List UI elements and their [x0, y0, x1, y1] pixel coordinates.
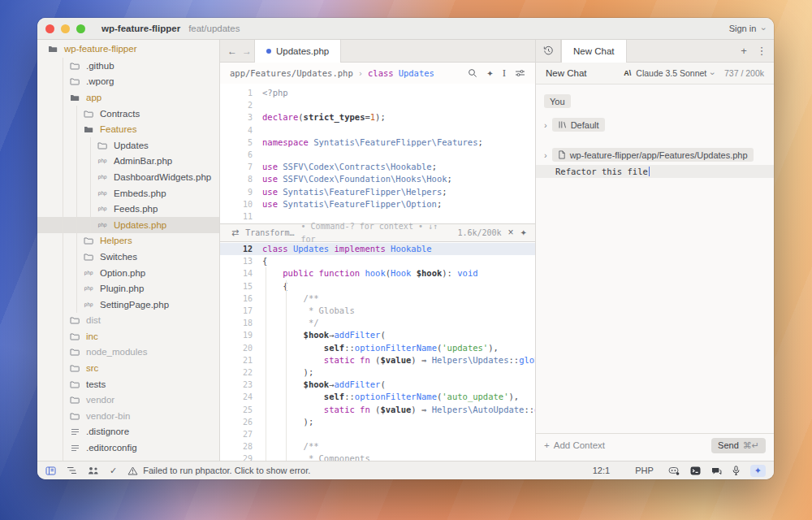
tree-item-inc[interactable]: inc — [37, 328, 219, 344]
outline-panel-icon[interactable] — [67, 466, 77, 474]
editor-controls-icon[interactable] — [515, 69, 525, 77]
code-line-21[interactable]: 21 static fn ($value) ⇒ Helpers\Updates:… — [220, 354, 535, 366]
code-line-3[interactable]: 3declare(strict_types=1); — [220, 111, 535, 124]
history-icon[interactable] — [536, 40, 561, 62]
tree-item-embeds-php[interactable]: phpEmbeds.php — [37, 185, 219, 202]
code-line-25[interactable]: 25 static fn ($value) ⇒ Helpers\AutoUpda… — [220, 404, 535, 416]
code-line-10[interactable]: 10use Syntatis\FeatureFlipper\Option; — [220, 198, 535, 210]
code-line-18[interactable]: 18 */ — [220, 317, 535, 329]
tree-item-node-modules[interactable]: node_modules — [37, 344, 219, 361]
zoom-button[interactable] — [76, 24, 85, 33]
tab-new-chat[interactable]: New Chat — [561, 40, 627, 63]
code-line-20[interactable]: 20 self::optionFilterName('updates'), — [220, 342, 535, 354]
code-line-5[interactable]: 5namespace Syntatis\FeatureFlipper\Featu… — [220, 136, 535, 149]
text-cursor-icon[interactable]: I — [503, 68, 506, 79]
chevron-right-icon[interactable]: › — [544, 150, 547, 160]
tree-item-updates[interactable]: Updates — [37, 137, 219, 154]
inline-assist-widget[interactable]: ⇄ Transform… • Command-? for context • ↓… — [220, 223, 535, 242]
chat-panel-icon[interactable] — [711, 466, 722, 475]
language-selector[interactable]: PHP — [635, 466, 654, 475]
code-line-1[interactable]: 1<?php — [220, 87, 535, 99]
code-line-14[interactable]: 14 public function hook(Hook $hook): voi… — [220, 267, 535, 280]
tree-item-vendor-bin[interactable]: vendor-bin — [37, 408, 219, 424]
git-branch[interactable]: feat/updates — [188, 24, 240, 33]
code-line-6[interactable]: 6 — [220, 149, 535, 161]
tree-item-option-php[interactable]: phpOption.php — [37, 265, 219, 281]
copilot-icon[interactable] — [668, 466, 680, 475]
search-icon[interactable] — [468, 68, 477, 78]
code-area[interactable]: 1<?php23declare(strict_types=1);45namesp… — [220, 84, 535, 461]
tree-item-helpers[interactable]: Helpers — [37, 233, 219, 249]
tree-item-dashboardwidgets-php[interactable]: phpDashboardWidgets.php — [37, 169, 219, 185]
nav-forward-button[interactable]: → — [240, 40, 254, 62]
inline-assist-input[interactable]: Transform… — [245, 227, 294, 239]
context-file-chip[interactable]: wp-feature-flipper/app/Features/Updates.… — [552, 148, 754, 162]
tree-item-contracts[interactable]: Contracts — [37, 106, 219, 122]
phpactor-error[interactable]: Failed to run phpactor. Click to show er… — [127, 466, 310, 475]
nav-back-button[interactable]: ← — [225, 40, 240, 62]
tree-item-switches[interactable]: Switches — [37, 249, 219, 265]
tree-item-settingpage-php[interactable]: phpSettingPage.php — [37, 297, 219, 313]
breadcrumb[interactable]: app/Features/Updates.php›classUpdates ✦I — [220, 63, 535, 84]
project-panel-icon[interactable] — [45, 466, 56, 475]
tree-item-wporg[interactable]: .wporg — [37, 74, 219, 90]
code-line-27[interactable]: 27 — [220, 428, 535, 440]
code-line-8[interactable]: 8use SSFV\Codex\Foundation\Hooks\Hook; — [220, 173, 535, 185]
cursor-position[interactable]: 12:1 — [593, 466, 610, 475]
tree-item-vendor[interactable]: vendor — [37, 392, 219, 408]
code-line-28[interactable]: 28 /** — [220, 440, 535, 453]
mic-icon[interactable] — [732, 466, 740, 475]
message-input-line[interactable]: Refactor this file — [536, 165, 774, 178]
context-default-chip[interactable]: Default — [552, 118, 605, 132]
code-line-17[interactable]: 17 * Globals — [220, 305, 535, 317]
tree-item-app[interactable]: app — [37, 89, 219, 106]
code-line-29[interactable]: 29 * Components — [220, 453, 535, 461]
code-line-12[interactable]: 12class Updates implements Hookable — [220, 243, 535, 255]
tree-item-eslintrc[interactable]: .eslintrc — [37, 456, 219, 461]
inline-assist-icon[interactable]: ✦ — [486, 69, 493, 78]
code-line-16[interactable]: 16 /** — [220, 292, 535, 305]
tree-item-editorconfig[interactable]: .editorconfig — [37, 440, 219, 456]
close-button[interactable] — [45, 24, 54, 33]
tree-item-distignore[interactable]: .distignore — [37, 424, 219, 440]
tree-item-plugin-php[interactable]: phpPlugin.php — [37, 280, 219, 297]
code-line-4[interactable]: 4 — [220, 124, 535, 136]
model-selector[interactable]: Claude 3.5 Sonnet — [636, 68, 706, 78]
code-line-23[interactable]: 23 $hook→addFilter( — [220, 379, 535, 391]
tree-item-updates-php[interactable]: phpUpdates.php — [37, 217, 219, 233]
tree-item-src[interactable]: src — [37, 360, 219, 376]
collab-icon[interactable] — [88, 466, 99, 474]
code-line-13[interactable]: 13{ — [220, 255, 535, 267]
tree-item-github[interactable]: .github — [37, 58, 219, 74]
code-line-26[interactable]: 26 ); — [220, 416, 535, 428]
chevron-down-icon[interactable]: › — [709, 72, 718, 75]
minimize-button[interactable] — [61, 24, 70, 33]
code-line-22[interactable]: 22 ); — [220, 366, 535, 379]
code-line-9[interactable]: 9use Syntatis\FeatureFlipper\Helpers; — [220, 186, 535, 198]
kebab-menu-icon[interactable]: ⋮ — [753, 40, 771, 62]
tree-item-features[interactable]: Features — [37, 121, 219, 137]
code-line-2[interactable]: 2 — [220, 99, 535, 111]
tree-root[interactable]: wp-feature-flipper — [37, 40, 219, 58]
code-line-7[interactable]: 7use SSFV\Codex\Contracts\Hookable; — [220, 161, 535, 173]
code-line-24[interactable]: 24 self::optionFilterName('auto_update')… — [220, 391, 535, 403]
new-chat-plus-icon[interactable]: + — [735, 40, 753, 62]
tab-updates-php[interactable]: Updates.php — [254, 40, 341, 63]
chat-body[interactable]: You › Default › wp-fea — [536, 84, 774, 433]
chevron-down-icon[interactable]: › — [760, 27, 769, 30]
window-titlebar[interactable]: wp-feature-flipper feat/updates Sign in … — [37, 18, 774, 40]
sign-in-button[interactable]: Sign in — [729, 24, 757, 33]
assistant-panel-icon[interactable]: ✦ — [750, 465, 766, 477]
code-line-15[interactable]: 15 { — [220, 280, 535, 292]
tree-item-adminbar-php[interactable]: phpAdminBar.php — [37, 154, 219, 170]
terminal-panel-icon[interactable] — [690, 466, 701, 475]
close-icon[interactable]: × — [508, 227, 514, 239]
tree-item-dist[interactable]: dist — [37, 313, 219, 329]
add-context-button[interactable]: + Add Context — [544, 440, 605, 450]
diagnostics-check-icon[interactable]: ✓ — [110, 466, 117, 476]
code-line-19[interactable]: 19 $hook→addFilter( — [220, 329, 535, 341]
tree-item-tests[interactable]: tests — [37, 376, 219, 392]
send-button[interactable]: Send ⌘↵ — [711, 438, 766, 453]
tree-item-feeds-php[interactable]: phpFeeds.php — [37, 201, 219, 217]
sparkle-icon[interactable]: ✦ — [520, 227, 527, 239]
